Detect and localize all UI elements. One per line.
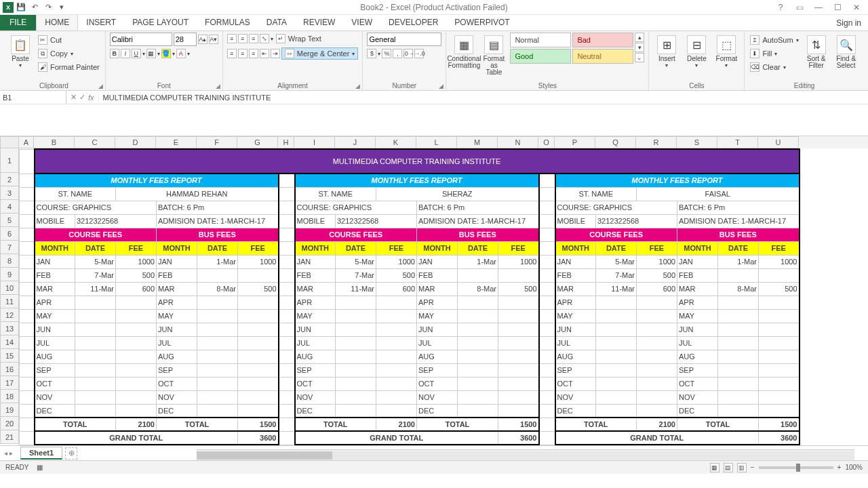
indent-icon[interactable]: ⇥ [271,49,280,58]
cancel-formula-icon[interactable]: ✕ [71,93,77,102]
name-box[interactable]: B1 [0,91,66,104]
copy-button[interactable]: ⧉Copy▾ [37,47,101,60]
new-sheet-button[interactable]: ⊕ [65,447,77,460]
zoom-out-icon[interactable]: − [751,464,755,471]
qa-dropdown-icon[interactable]: ▾ [56,1,68,14]
tab-insert[interactable]: INSERT [78,14,124,30]
enter-formula-icon[interactable]: ✓ [79,93,85,102]
increase-decimal-icon[interactable]: .0→ [403,49,413,58]
col-header-D[interactable]: D [115,136,156,148]
shrink-font-icon[interactable]: A▾ [209,35,218,44]
row-header-20[interactable]: 20 [0,417,19,430]
tab-view[interactable]: VIEW [343,14,380,30]
zoom-value[interactable]: 100% [845,464,863,471]
minimize-icon[interactable]: — [810,3,827,12]
style-bad[interactable]: Bad [572,33,633,47]
row-header-6[interactable]: 6 [0,227,19,241]
tab-home[interactable]: HOME [36,14,78,30]
font-color-button[interactable]: A [176,49,186,58]
undo-icon[interactable]: ↶ [28,1,41,14]
row-header-3[interactable]: 3 [0,186,19,200]
col-header-T[interactable]: T [717,136,758,148]
fx-icon[interactable]: fx [88,94,94,102]
col-header-O[interactable]: O [538,136,555,148]
format-as-table-button[interactable]: ▤Format as Table [480,33,507,76]
col-header-U[interactable]: U [758,136,799,148]
cell-styles-gallery[interactable]: Normal Bad Good Neutral [510,33,633,64]
row-header-8[interactable]: 8 [0,254,19,268]
row-header-21[interactable]: 21 [0,430,19,444]
clear-button[interactable]: ⌫Clear▾ [749,61,800,73]
row-header-18[interactable]: 18 [0,390,19,403]
col-header-N[interactable]: N [498,136,538,148]
worksheet[interactable]: ABCDEFGHIJKLMNOPQRSTU 123456789101112131… [0,136,868,445]
align-center-icon[interactable]: ≡ [238,49,248,58]
styles-down-icon[interactable]: ▾ [635,43,644,52]
insert-cells-button[interactable]: ⊞Insert▾ [653,33,680,68]
row-header-19[interactable]: 19 [0,403,19,417]
help-icon[interactable]: ? [772,3,789,12]
find-select-button[interactable]: 🔍Find & Select [833,33,860,69]
row-header-10[interactable]: 10 [0,281,19,295]
style-normal[interactable]: Normal [510,33,571,47]
macro-record-icon[interactable]: ▦ [37,464,43,471]
italic-button[interactable]: I [121,49,130,58]
col-header-H[interactable]: H [278,136,294,148]
col-header-A[interactable]: A [19,136,34,148]
zoom-in-icon[interactable]: + [837,464,842,471]
merge-center-button[interactable]: ⇿Merge & Center▾ [281,47,359,60]
style-good[interactable]: Good [510,49,571,64]
formula-bar-input[interactable]: MULTIMEDIA COMPUTER TRAINING INSTITUTE [99,94,868,102]
align-right-icon[interactable]: ≡ [249,49,258,58]
ribbon-options-icon[interactable]: ▭ [791,3,808,12]
outdent-icon[interactable]: ⇤ [260,49,269,58]
row-header-5[interactable]: 5 [0,214,19,227]
col-header-Q[interactable]: Q [595,136,636,148]
fill-button[interactable]: ⬇Fill▾ [749,47,800,60]
align-left-icon[interactable]: ≡ [227,49,237,58]
styles-more-icon[interactable]: ⌄ [635,53,644,62]
row-header-16[interactable]: 16 [0,363,19,376]
row-header-13[interactable]: 13 [0,322,19,336]
bold-button[interactable]: B [110,49,119,58]
col-header-E[interactable]: E [156,136,197,148]
style-neutral[interactable]: Neutral [572,49,633,64]
decrease-decimal-icon[interactable]: →.0 [414,49,424,58]
row-header-4[interactable]: 4 [0,200,19,214]
tab-data[interactable]: DATA [258,14,295,30]
sheet-tab[interactable]: Sheet1 [20,447,62,460]
horizontal-scrollbar[interactable] [197,449,854,460]
view-pagelayout-icon[interactable]: ▤ [724,463,733,472]
col-header-I[interactable]: I [294,136,335,148]
col-header-P[interactable]: P [555,136,595,148]
borders-button[interactable]: ▦ [146,49,156,58]
file-tab[interactable]: FILE [0,14,36,30]
row-header-15[interactable]: 15 [0,349,19,363]
tab-review[interactable]: REVIEW [295,14,343,30]
title-cell[interactable]: MULTIMEDIA COMPUTER TRAINING INSTITUTE [35,149,800,174]
underline-button[interactable]: U [132,49,141,58]
sheet-nav-icons[interactable]: ◂ ▸ [4,449,13,457]
styles-up-icon[interactable]: ▴ [635,33,644,42]
format-cells-button[interactable]: ⬚Format▾ [713,33,740,68]
paste-button[interactable]: 📋 Paste ▾ [7,33,34,68]
col-header-M[interactable]: M [457,136,498,148]
save-icon[interactable]: 💾 [15,1,27,14]
row-header-9[interactable]: 9 [0,268,19,281]
col-header-K[interactable]: K [376,136,416,148]
tab-developer[interactable]: DEVELOPER [380,14,446,30]
col-header-S[interactable]: S [677,136,717,148]
maximize-icon[interactable]: ☐ [829,3,846,12]
col-header-B[interactable]: B [34,136,75,148]
view-normal-icon[interactable]: ▦ [710,463,719,472]
sign-in-link[interactable]: Sign in [829,16,868,30]
autosum-button[interactable]: ΣAutoSum▾ [749,34,800,46]
row-header-11[interactable]: 11 [0,295,19,308]
col-header-R[interactable]: R [636,136,677,148]
sort-filter-button[interactable]: ⇅Sort & Filter [803,33,830,69]
zoom-slider[interactable] [759,466,833,469]
grow-font-icon[interactable]: A▴ [198,35,208,44]
conditional-formatting-button[interactable]: ▦Conditional Formatting [450,33,477,69]
col-header-F[interactable]: F [197,136,237,148]
col-header-L[interactable]: L [416,136,457,148]
